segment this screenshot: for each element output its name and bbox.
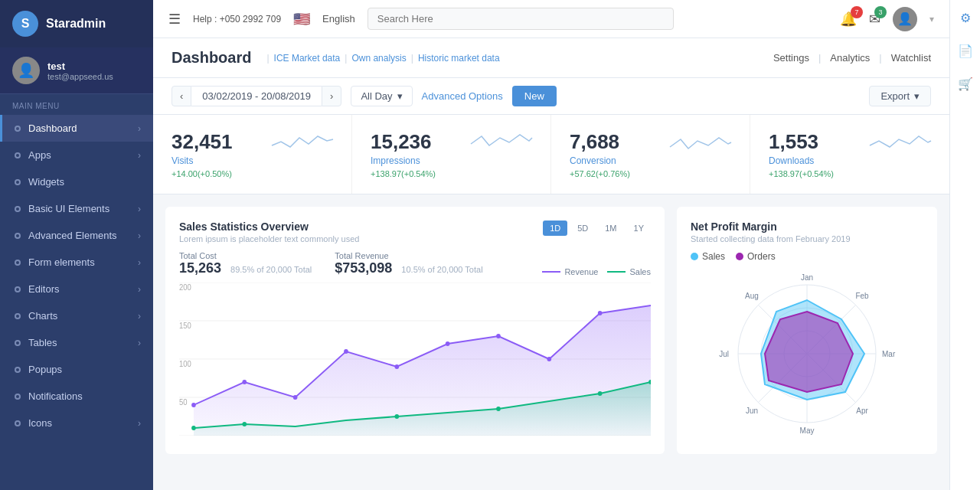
- breadcrumb-own[interactable]: Own analysis: [351, 53, 406, 64]
- stat-impressions-label: Impressions: [371, 155, 436, 166]
- stat-conversion-label: Conversion: [570, 155, 630, 166]
- svg-text:May: May: [800, 426, 815, 435]
- sidebar-item-icons[interactable]: Icons ›: [0, 410, 153, 436]
- radar-legend-orders: Orders: [736, 251, 776, 262]
- language-selector[interactable]: English: [322, 13, 355, 24]
- brand-name: Staradmin: [46, 17, 106, 31]
- file-icon[interactable]: 📄: [953, 39, 978, 63]
- sidebar-item-tables[interactable]: Tables ›: [0, 329, 153, 356]
- gear-icon[interactable]: ⚙: [956, 6, 975, 30]
- svg-point-17: [496, 334, 501, 338]
- radar-legend: Sales Orders: [691, 251, 923, 262]
- sparkline-impressions: [471, 130, 532, 153]
- sidebar-item-charts[interactable]: Charts ›: [0, 302, 153, 329]
- svg-text:Aug: Aug: [745, 292, 759, 300]
- topbar-actions: 🔔 7 ✉ 3 👤 ▾: [840, 7, 934, 31]
- hamburger-icon[interactable]: ☰: [168, 11, 181, 28]
- sidebar-item-dashboard[interactable]: Dashboard ›: [0, 115, 153, 142]
- sparkline-conversion: [670, 130, 731, 153]
- sidebar-item-advanced-elements[interactable]: Advanced Elements ›: [0, 222, 153, 249]
- svg-point-21: [242, 422, 247, 426]
- brand-avatar: S: [12, 11, 38, 37]
- sidebar-item-widgets[interactable]: Widgets: [0, 168, 153, 195]
- search-input[interactable]: [368, 8, 674, 30]
- total-cost-value: 15,263: [179, 260, 221, 276]
- svg-point-20: [191, 426, 196, 430]
- user-details: test test@appseed.us: [47, 60, 113, 81]
- sidebar-item-apps[interactable]: Apps ›: [0, 142, 153, 168]
- radar-chart-panel: Net Profit Margin Started collecting dat…: [677, 207, 937, 454]
- sales-chart-subtitle: Lorem ipsum is placeholder text commonly…: [179, 234, 359, 243]
- advanced-options-link[interactable]: Advanced Options: [422, 90, 503, 102]
- svg-point-23: [496, 407, 501, 411]
- watchlist-link[interactable]: Watchlist: [891, 52, 931, 64]
- total-cost-sub: 89.5% of 20,000 Total: [230, 265, 312, 274]
- stat-conversion-value: 7,688: [570, 130, 630, 154]
- date-prev-button[interactable]: ‹: [172, 86, 191, 106]
- mail-icon-area[interactable]: ✉ 3: [869, 11, 880, 28]
- export-button[interactable]: Export ▾: [869, 86, 931, 106]
- arrow-icon: ›: [138, 257, 141, 268]
- notification-bell[interactable]: 🔔 7: [840, 11, 857, 28]
- line-chart-svg: 200 150 100 50: [179, 283, 651, 436]
- sidebar-item-editors[interactable]: Editors ›: [0, 276, 153, 302]
- svg-text:Mar: Mar: [882, 350, 896, 358]
- page-actions: Settings | Analytics | Watchlist: [773, 52, 931, 64]
- sparkline-visits: [272, 130, 333, 153]
- svg-point-22: [394, 414, 399, 419]
- svg-point-18: [547, 357, 551, 361]
- analytics-link[interactable]: Analytics: [830, 52, 870, 64]
- total-cost-label: Total Cost: [179, 251, 312, 260]
- stat-visits-label: Visits: [172, 155, 233, 166]
- stat-visits: 32,451 Visits +14.00(+0.50%): [153, 115, 352, 194]
- stat-conversion: 7,688 Conversion +57.62(+0.76%): [551, 115, 750, 194]
- svg-point-24: [598, 391, 603, 396]
- stat-visits-value: 32,451: [172, 130, 233, 154]
- svg-text:Feb: Feb: [855, 292, 869, 300]
- bottom-section: Sales Statistics Overview Lorem ipsum is…: [153, 207, 949, 466]
- svg-text:Apr: Apr: [856, 407, 868, 415]
- brand: S Staradmin: [0, 0, 153, 47]
- tab-1y[interactable]: 1Y: [627, 220, 651, 236]
- svg-text:150: 150: [179, 322, 191, 330]
- radar-legend-sales: Sales: [691, 251, 725, 262]
- svg-text:Jul: Jul: [719, 350, 729, 358]
- sidebar-item-basic-ui[interactable]: Basic UI Elements ›: [0, 195, 153, 222]
- settings-link[interactable]: Settings: [773, 52, 809, 64]
- tab-5d[interactable]: 5D: [570, 220, 595, 236]
- date-next-button[interactable]: ›: [322, 86, 341, 106]
- breadcrumb-historic[interactable]: Historic market data: [418, 53, 500, 64]
- total-revenue-sub: 10.5% of 20,000 Total: [401, 265, 482, 274]
- stat-impressions: 15,236 Impressions +138.97(+0.54%): [352, 115, 551, 194]
- arrow-icon: ›: [138, 123, 141, 134]
- sidebar-item-form-elements[interactable]: Form elements ›: [0, 249, 153, 276]
- sidebar-item-popups[interactable]: Popups: [0, 356, 153, 383]
- tab-1d[interactable]: 1D: [543, 220, 567, 236]
- chart-tabs: 1D 5D 1M 1Y: [543, 220, 651, 236]
- notification-badge: 7: [851, 6, 863, 18]
- period-dropdown[interactable]: All Day ▾: [351, 86, 412, 106]
- new-button[interactable]: New: [512, 86, 557, 106]
- arrow-icon: ›: [138, 418, 141, 429]
- radar-title: Net Profit Margin: [691, 220, 923, 233]
- tab-1m[interactable]: 1M: [598, 220, 623, 236]
- stat-conversion-change: +57.62(+0.76%): [570, 169, 630, 178]
- sidebar-item-notifications[interactable]: Notifications: [0, 383, 153, 410]
- breadcrumb-ice[interactable]: ICE Market data: [274, 53, 341, 64]
- sales-chart-title: Sales Statistics Overview: [179, 220, 359, 233]
- stat-downloads-change: +138.97(+0.54%): [769, 169, 834, 178]
- date-range: 03/02/2019 - 20/08/2019: [191, 86, 322, 106]
- stat-downloads: 1,553 Downloads +138.97(+0.54%): [750, 115, 949, 194]
- page-header: Dashboard | ICE Market data | Own analys…: [153, 38, 949, 78]
- right-panel: ⚙ 📄 🛒: [949, 0, 980, 490]
- stats-row: 32,451 Visits +14.00(+0.50%) 15,236 Impr…: [153, 115, 949, 194]
- user-avatar-topbar[interactable]: 👤: [893, 7, 917, 31]
- main-content: ☰ Help : +050 2992 709 🇺🇸 English 🔔 7 ✉ …: [153, 0, 949, 490]
- radar-svg: Jan Feb Mar Apr May Jun Jul Aug: [691, 270, 923, 438]
- svg-point-12: [242, 380, 247, 384]
- user-profile[interactable]: 👤 test test@appseed.us: [0, 47, 153, 94]
- svg-point-11: [191, 403, 196, 407]
- cart-icon[interactable]: 🛒: [953, 72, 978, 96]
- svg-point-13: [293, 395, 298, 400]
- user-email: test@appseed.us: [47, 72, 113, 81]
